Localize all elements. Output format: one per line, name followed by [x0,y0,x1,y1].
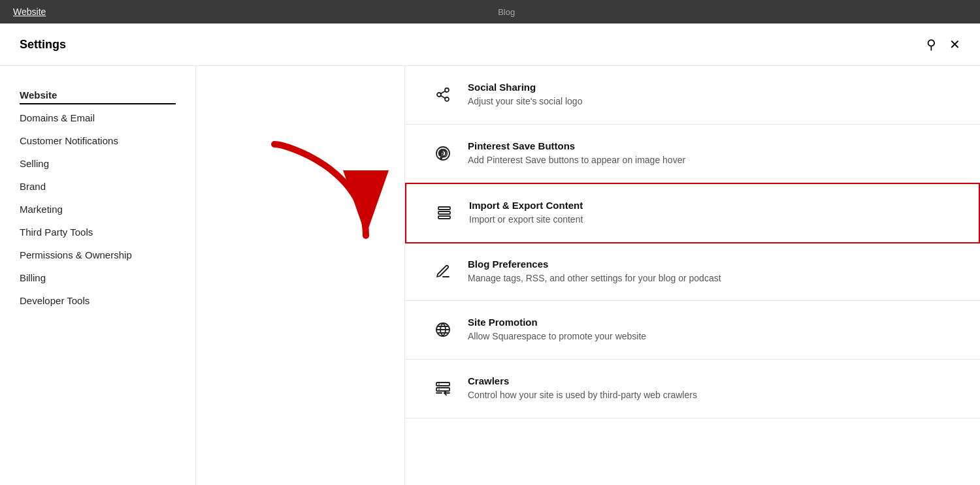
sidebar-item-billing[interactable]: Billing [20,268,176,287]
sidebar: Website Domains & Email Customer Notific… [0,66,196,485]
sidebar-item-customer-notifications[interactable]: Customer Notifications [20,131,176,150]
settings-item-social-sharing[interactable]: Social Sharing Adjust your site's social… [405,66,980,125]
svg-rect-7 [438,211,450,214]
svg-rect-10 [436,383,449,386]
sidebar-item-brand[interactable]: Brand [20,177,176,196]
sidebar-item-developer-tools[interactable]: Developer Tools [20,291,176,310]
blog-preferences-title: Blog Preferences [468,258,954,270]
blog-preferences-description: Manage tags, RSS, and other settings for… [468,272,954,285]
import-export-icon [433,201,456,225]
sidebar-item-domains-email[interactable]: Domains & Email [20,108,176,127]
import-export-text: Import & Export Content Import or export… [469,200,953,227]
crawlers-text: Crawlers Control how your site is used b… [468,375,954,402]
middle-panel [196,66,405,485]
sidebar-item-selling[interactable]: Selling [20,154,176,173]
sidebar-item-marketing[interactable]: Marketing [20,200,176,219]
main-content: Social Sharing Adjust your site's social… [405,66,980,485]
sidebar-item-permissions-ownership[interactable]: Permissions & Ownership [20,245,176,264]
svg-rect-11 [436,388,449,391]
crawlers-description: Control how your site is used by third-p… [468,389,954,402]
settings-body: Website Domains & Email Customer Notific… [0,66,980,485]
header-actions: ⚲ ✕ [926,37,960,52]
top-bar: Website Blog [0,0,980,23]
pinterest-description: Add Pinterest Save buttons to appear on … [468,154,954,167]
settings-panel: Settings ⚲ ✕ Website Domains & Email Cus… [0,23,980,485]
settings-header: Settings ⚲ ✕ [0,23,980,66]
import-export-title: Import & Export Content [469,200,953,211]
top-bar-center: Blog [46,7,967,17]
blog-preferences-icon [431,260,455,283]
svg-line-5 [441,91,446,94]
social-sharing-icon [431,83,455,106]
site-promotion-text: Site Promotion Allow Squarespace to prom… [468,317,954,343]
settings-item-blog-preferences[interactable]: Blog Preferences Manage tags, RSS, and o… [405,243,980,302]
pinterest-title: Pinterest Save Buttons [468,140,954,151]
settings-panel-title: Settings [20,38,66,52]
svg-line-4 [441,96,446,99]
close-icon[interactable]: ✕ [949,37,960,52]
site-promotion-title: Site Promotion [468,317,954,328]
svg-rect-6 [438,207,450,210]
social-sharing-title: Social Sharing [468,82,954,93]
crawlers-title: Crawlers [468,375,954,386]
site-promotion-icon [431,318,455,341]
crawlers-icon [431,377,455,400]
search-icon[interactable]: ⚲ [926,37,936,52]
top-bar-center-text: Blog [498,7,515,17]
svg-rect-8 [438,216,450,219]
social-sharing-description: Adjust your site's social logo [468,95,954,108]
settings-item-site-promotion[interactable]: Site Promotion Allow Squarespace to prom… [405,301,980,360]
pinterest-text: Pinterest Save Buttons Add Pinterest Sav… [468,140,954,167]
sidebar-item-website[interactable]: Website [20,86,176,104]
blog-preferences-text: Blog Preferences Manage tags, RSS, and o… [468,258,954,285]
sidebar-item-third-party-tools[interactable]: Third Party Tools [20,223,176,242]
pinterest-icon [431,142,455,165]
settings-item-pinterest[interactable]: Pinterest Save Buttons Add Pinterest Sav… [405,125,980,183]
import-export-description: Import or export site content [469,213,953,227]
red-arrow [235,131,399,262]
settings-item-crawlers[interactable]: Crawlers Control how your site is used b… [405,360,980,418]
sidebar-nav: Website Domains & Email Customer Notific… [20,86,176,313]
site-promotion-description: Allow Squarespace to promote your websit… [468,330,954,343]
social-sharing-text: Social Sharing Adjust your site's social… [468,82,954,108]
settings-item-import-export[interactable]: Import & Export Content Import or export… [405,183,980,243]
top-bar-title[interactable]: Website [13,7,46,17]
